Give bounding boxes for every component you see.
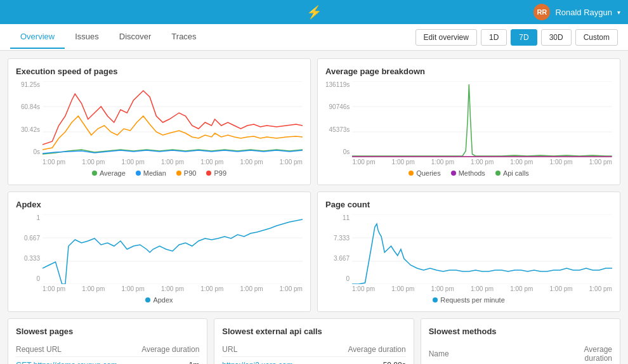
tab-issues[interactable]: Issues (65, 25, 109, 49)
page-breakdown-chart-inner: 1:00 pm 1:00 pm 1:00 pm 1:00 pm 1:00 pm … (352, 81, 612, 166)
legend-queries: Queries (409, 169, 441, 177)
charts-row-1: Execution speed of pages 91.25s 60.84s 3… (8, 58, 620, 185)
page-breakdown-legend: Queries Methods Api calls (325, 169, 612, 177)
tab-overview[interactable]: Overview (10, 25, 65, 49)
slowest-methods-col-name: Name (429, 342, 555, 364)
apdex-title: Apdex (16, 200, 303, 209)
slowest-api-col-duration: Average duration (323, 342, 405, 357)
execution-speed-x-axis: 1:00 pm 1:00 pm 1:00 pm 1:00 pm 1:00 pm … (43, 159, 303, 166)
edit-overview-button[interactable]: Edit overview (415, 29, 477, 46)
tab-discover[interactable]: Discover (109, 25, 162, 49)
page-count-y-axis: 11 7.333 3.667 0 (325, 214, 350, 292)
slowest-api-url-link[interactable]: https://api2.xero.com (222, 361, 292, 364)
apdex-panel: Apdex 1 0.667 0.333 0 (8, 192, 311, 312)
tables-row: Slowest pages Request URL Average durati… (8, 318, 620, 364)
execution-speed-svg (43, 81, 303, 157)
charts-row-2: Apdex 1 0.667 0.333 0 (8, 192, 620, 312)
slowest-api-panel: Slowest external api calls URL Average d… (214, 318, 414, 364)
execution-speed-panel: Execution speed of pages 91.25s 60.84s 3… (8, 58, 311, 185)
slowest-page-url-link[interactable]: GET https://demo.raygun.com (16, 361, 117, 364)
slowest-page-duration: 1m (133, 357, 199, 365)
nav-tabs: Overview Issues Discover Traces (10, 25, 415, 49)
legend-average: Average (92, 169, 126, 177)
page-breakdown-chart: 136119s 90746s 45373s 0s (325, 81, 612, 166)
apdex-y-axis: 1 0.667 0.333 0 (16, 214, 40, 292)
apdex-legend: Apdex (16, 296, 303, 304)
page-breakdown-panel: Average page breakdown 136119s 90746s 45… (317, 58, 620, 185)
legend-requests-dot (433, 297, 438, 302)
execution-speed-y-axis: 91.25s 60.84s 30.42s 0s (16, 81, 40, 166)
user-area[interactable]: RR Ronald Raygun ▾ (533, 4, 620, 20)
slowest-api-duration: 59.88s (323, 357, 405, 365)
apdex-chart-inner: 1:00 pm 1:00 pm 1:00 pm 1:00 pm 1:00 pm … (43, 214, 303, 292)
legend-apdex: Apdex (145, 296, 173, 304)
avatar: RR (533, 4, 550, 20)
page-breakdown-y-axis: 136119s 90746s 45373s 0s (325, 81, 350, 166)
slowest-page-url: GET https://demo.raygun.com (16, 357, 133, 365)
execution-speed-legend: Average Median P90 P99 (16, 169, 303, 177)
chevron-down-icon: ▾ (617, 9, 620, 16)
legend-api-calls: Api calls (495, 169, 529, 177)
user-name: Ronald Raygun (555, 8, 612, 17)
slowest-pages-col-duration: Average duration (133, 342, 199, 357)
legend-methods: Methods (451, 169, 485, 177)
legend-median: Median (136, 169, 166, 177)
slowest-methods-table: Name Average duration Mindscape.Raygun.D… (429, 342, 612, 364)
apdex-chart: 1 0.667 0.333 0 1:00 pm 1:00 p (16, 214, 303, 292)
slowest-pages-title: Slowest pages (16, 327, 199, 336)
apdex-x-axis: 1:00 pm 1:00 pm 1:00 pm 1:00 pm 1:00 pm … (43, 285, 303, 292)
legend-queries-dot (409, 171, 414, 176)
legend-p99: P99 (206, 169, 226, 177)
legend-p90: P90 (176, 169, 197, 177)
page-count-legend: Requests per minute (325, 296, 612, 304)
page-count-x-axis: 1:00 pm 1:00 pm 1:00 pm 1:00 pm 1:00 pm … (352, 285, 612, 292)
nav-actions: Edit overview 1D 7D 30D Custom (415, 29, 618, 46)
slowest-pages-panel: Slowest pages Request URL Average durati… (8, 318, 207, 364)
main-content: Execution speed of pages 91.25s 60.84s 3… (0, 51, 628, 364)
legend-median-dot (136, 171, 141, 176)
table-row: GET https://demo.raygun.com 1m (16, 357, 199, 365)
page-count-panel: Page count 11 7.333 3.667 0 (317, 192, 620, 312)
slowest-api-title: Slowest external api calls (222, 327, 405, 336)
slowest-methods-col-duration: Average duration (554, 342, 612, 364)
page-count-chart-inner: 1:00 pm 1:00 pm 1:00 pm 1:00 pm 1:00 pm … (352, 214, 612, 292)
slowest-api-table: URL Average duration https://api2.xero.c… (222, 342, 405, 364)
page-breakdown-x-axis: 1:00 pm 1:00 pm 1:00 pm 1:00 pm 1:00 pm … (352, 159, 612, 166)
execution-speed-chart: 91.25s 60.84s 30.42s 0s (16, 81, 303, 166)
page-breakdown-title: Average page breakdown (325, 67, 612, 76)
logo-icon: ⚡ (306, 4, 322, 20)
apdex-svg (43, 214, 303, 284)
slowest-pages-table: Request URL Average duration GET https:/… (16, 342, 199, 364)
page-count-title: Page count (325, 200, 612, 209)
slowest-methods-panel: Slowest methods Name Average duration Mi… (421, 318, 620, 364)
slowest-api-col-url: URL (222, 342, 323, 357)
legend-requests: Requests per minute (433, 296, 505, 304)
period-1d-button[interactable]: 1D (481, 29, 507, 46)
legend-api-calls-dot (495, 171, 500, 176)
legend-apdex-dot (145, 297, 150, 302)
period-7d-button[interactable]: 7D (511, 29, 537, 46)
page-breakdown-svg (352, 81, 612, 157)
page-count-svg (352, 214, 612, 284)
period-custom-button[interactable]: Custom (575, 29, 618, 46)
nav-bar: Overview Issues Discover Traces Edit ove… (0, 24, 628, 51)
page-count-chart: 11 7.333 3.667 0 1:00 pm 1:00 (325, 214, 612, 292)
execution-speed-title: Execution speed of pages (16, 67, 303, 76)
legend-p90-dot (176, 171, 181, 176)
tab-traces[interactable]: Traces (161, 25, 206, 49)
slowest-api-url: https://api2.xero.com (222, 357, 323, 365)
legend-methods-dot (451, 171, 456, 176)
top-header: ⚡ RR Ronald Raygun ▾ (0, 0, 628, 24)
legend-p99-dot (206, 171, 211, 176)
slowest-methods-title: Slowest methods (429, 327, 612, 336)
period-30d-button[interactable]: 30D (541, 29, 572, 46)
slowest-pages-col-url: Request URL (16, 342, 133, 357)
legend-average-dot (92, 171, 97, 176)
execution-speed-chart-inner: 1:00 pm 1:00 pm 1:00 pm 1:00 pm 1:00 pm … (43, 81, 303, 166)
table-row: https://api2.xero.com 59.88s (222, 357, 405, 365)
